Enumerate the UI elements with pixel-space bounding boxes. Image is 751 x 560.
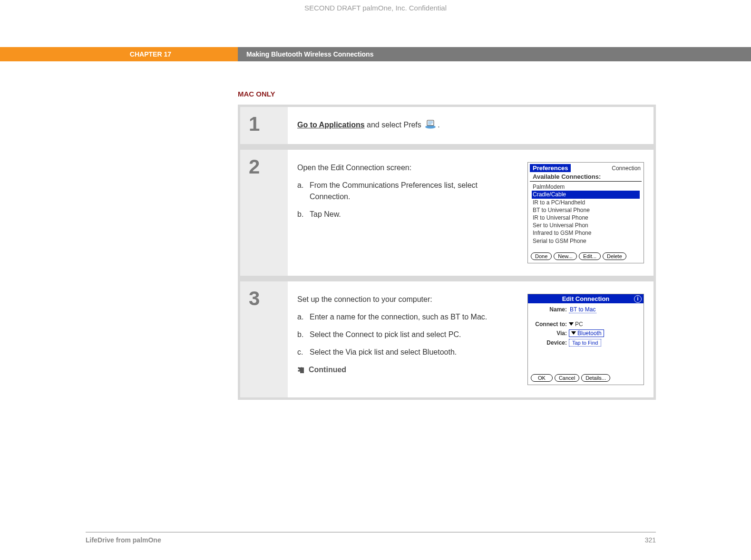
available-connections-header: Available Connections: bbox=[530, 173, 642, 182]
connect-to-picklist[interactable]: PC bbox=[569, 321, 583, 328]
step-2: 2 Open the Edit Connection screen: a.Fro… bbox=[240, 150, 653, 276]
step-1: 1 Go to Applications and select Prefs . bbox=[240, 107, 653, 144]
cancel-button[interactable]: Cancel bbox=[555, 374, 579, 382]
substep-text: Select the Connect to pick list and sele… bbox=[310, 329, 461, 340]
list-item[interactable]: Serial to GSM Phone bbox=[532, 237, 640, 245]
info-icon[interactable]: i bbox=[634, 295, 642, 303]
list-item[interactable]: Ser to Universal Phon bbox=[532, 222, 640, 229]
page-number: 321 bbox=[645, 536, 656, 544]
list-item-selected[interactable]: Cradle/Cable bbox=[532, 191, 640, 198]
device-tap-to-find[interactable]: Tap to Find bbox=[569, 339, 601, 347]
substep-text: From the Communications Preferences list… bbox=[310, 180, 516, 202]
dropdown-icon bbox=[569, 322, 574, 326]
step-1-period: . bbox=[438, 121, 439, 129]
continued-indicator: Continued bbox=[297, 364, 516, 375]
name-field[interactable]: BT to Mac bbox=[569, 306, 596, 313]
go-to-applications-link[interactable]: Go to Applications bbox=[297, 121, 365, 129]
step-number: 3 bbox=[240, 281, 288, 397]
svg-point-0 bbox=[425, 126, 436, 129]
chapter-bar: CHAPTER 17 Making Bluetooth Wireless Con… bbox=[0, 47, 751, 61]
substep-letter: c. bbox=[297, 347, 310, 357]
delete-button[interactable]: Delete bbox=[603, 252, 626, 260]
details-button[interactable]: Details... bbox=[581, 374, 610, 382]
confidential-header: SECOND DRAFT palmOne, Inc. Confidential bbox=[0, 0, 751, 12]
device-label: Device: bbox=[532, 339, 569, 346]
continued-label: Continued bbox=[309, 364, 346, 375]
new-button[interactable]: New... bbox=[554, 252, 577, 260]
via-label: Via: bbox=[532, 330, 569, 337]
list-item[interactable]: Infrared to GSM Phone bbox=[532, 229, 640, 237]
palm-edit-connection-screenshot: Edit Connection i Name: BT to Mac Connec… bbox=[527, 294, 644, 385]
ok-button[interactable]: OK bbox=[531, 374, 553, 382]
list-item[interactable]: IR to a PC/Handheld bbox=[532, 199, 640, 206]
connect-to-label: Connect to: bbox=[532, 321, 569, 328]
substep-letter: b. bbox=[297, 329, 310, 340]
substep-letter: a. bbox=[297, 311, 310, 322]
palm-title: Edit Connection bbox=[562, 295, 610, 302]
step-3: 3 Set up the connection to your computer… bbox=[240, 281, 653, 397]
step-3-lead: Set up the connection to your computer: bbox=[297, 294, 516, 305]
step-number: 2 bbox=[240, 150, 288, 276]
steps-container: 1 Go to Applications and select Prefs . … bbox=[238, 105, 656, 400]
palm-title: Preferences bbox=[530, 164, 571, 172]
substep-text: Enter a name for the connection, such as… bbox=[310, 311, 487, 322]
via-picklist[interactable]: Bluetooth bbox=[569, 329, 604, 337]
chapter-title: Making Bluetooth Wireless Connections bbox=[238, 47, 751, 61]
platform-label: MAC ONLY bbox=[238, 90, 656, 98]
edit-button[interactable]: Edit... bbox=[579, 252, 601, 260]
step-1-text: and select Prefs bbox=[365, 121, 424, 129]
step-2-lead: Open the Edit Connection screen: bbox=[297, 162, 516, 173]
substep-letter: b. bbox=[297, 209, 310, 220]
step-number: 1 bbox=[240, 107, 288, 144]
palm-preferences-screenshot: Preferences Connection Available Connect… bbox=[527, 162, 644, 263]
content-area: MAC ONLY 1 Go to Applications and select… bbox=[238, 90, 656, 400]
list-item[interactable]: PalmModem bbox=[532, 183, 640, 191]
page-footer: LifeDrive from palmOne 321 bbox=[86, 532, 656, 544]
list-item[interactable]: IR to Universal Phone bbox=[532, 214, 640, 222]
chapter-number: CHAPTER 17 bbox=[0, 47, 238, 61]
prefs-icon bbox=[424, 119, 437, 132]
substep-text: Select the Via pick list and select Blue… bbox=[310, 347, 457, 357]
name-label: Name: bbox=[532, 306, 569, 313]
continued-arrow-icon bbox=[297, 366, 305, 374]
palm-category: Connection bbox=[612, 165, 641, 172]
list-item[interactable]: BT to Universal Phone bbox=[532, 206, 640, 214]
dropdown-icon bbox=[571, 331, 576, 335]
footer-product: LifeDrive from palmOne bbox=[86, 536, 161, 544]
connections-list: PalmModem Cradle/Cable IR to a PC/Handhe… bbox=[532, 183, 640, 245]
substep-text: Tap New. bbox=[310, 209, 341, 220]
done-button[interactable]: Done bbox=[531, 252, 552, 260]
substep-letter: a. bbox=[297, 180, 310, 202]
